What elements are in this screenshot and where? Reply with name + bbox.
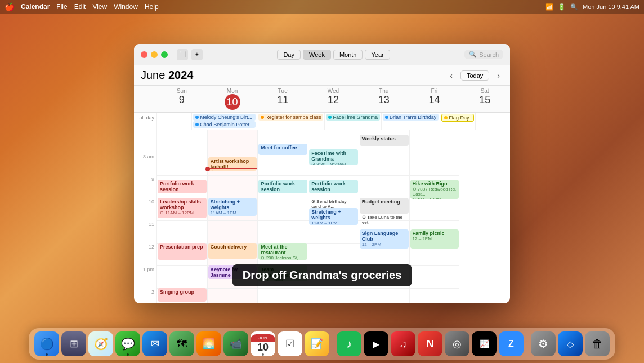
- dock-maps[interactable]: 🗺: [169, 331, 194, 356]
- event-team-pres[interactable]: Team presentation ⊙ 2 – 3PM: [258, 265, 307, 281]
- event-meet-restaurant[interactable]: Meet at the restaurant ⊙ 200 Jackson St,…: [258, 243, 307, 260]
- dock-reminders[interactable]: ☑: [278, 331, 302, 356]
- day-col-thu: Budget meeting ⊙ Take Luna to the vet Si…: [359, 130, 409, 303]
- event-hike-rigo[interactable]: Hike with Rigo ⊙ 7887 Redwood Rd, Cast..…: [410, 180, 459, 199]
- dock-appletv[interactable]: ▶: [364, 331, 388, 356]
- allday-event-flagday[interactable]: Flag Day: [441, 114, 473, 122]
- search-box[interactable]: 🔍 Search: [464, 50, 503, 59]
- event-leadership[interactable]: Leadership skills workshop ⊙ 11AM – 12PM: [158, 198, 207, 218]
- allday-cell-thu: Brian Tran's Birthday: [381, 113, 440, 130]
- minimize-button[interactable]: [151, 51, 158, 58]
- close-button[interactable]: [141, 51, 147, 58]
- day-num-13: 13: [360, 94, 408, 106]
- time-header-empty: [134, 86, 156, 112]
- dock-mail[interactable]: ✉: [142, 331, 167, 356]
- day-col-fri: Hike with Rigo ⊙ 7887 Redwood Rd, Cast..…: [409, 130, 460, 303]
- dock-messages[interactable]: 💬: [115, 331, 140, 356]
- dock-notes[interactable]: 📝: [305, 331, 329, 356]
- allday-cell-tue: Register for samba class: [257, 113, 324, 130]
- dock-news[interactable]: N: [418, 331, 442, 356]
- allday-label: all-day: [134, 113, 156, 130]
- menubar: 🍎 Calendar File Edit View Window Help 📶 …: [0, 0, 644, 14]
- dock-trash[interactable]: 🗑: [585, 331, 610, 356]
- traffic-lights: [141, 51, 168, 58]
- menu-view[interactable]: View: [92, 3, 107, 11]
- event-singing-group[interactable]: Singing group: [158, 288, 207, 302]
- event-stretching-mon[interactable]: Stretching + weights 11AM – 1PM: [208, 198, 257, 216]
- dock-music[interactable]: ♫: [391, 331, 415, 356]
- menu-edit[interactable]: Edit: [74, 3, 86, 11]
- dock-spotify[interactable]: ♪: [337, 331, 361, 356]
- app-name[interactable]: Calendar: [21, 3, 50, 11]
- day-col-sun: Portfolio work session Leadership skills…: [156, 130, 207, 303]
- day-header-tue: Tue 11: [257, 86, 308, 112]
- view-month-btn[interactable]: Month: [333, 50, 363, 60]
- month-title: June 2024: [141, 69, 193, 82]
- dock-stocks[interactable]: 📈: [472, 331, 497, 356]
- dock-photos[interactable]: 🌅: [196, 331, 221, 356]
- dock-settings[interactable]: ⚙: [531, 331, 556, 356]
- menu-help[interactable]: Help: [145, 3, 159, 11]
- dock: 🔵 ⊞ 🧭 💬 ✉ 🗺 🌅 📹 JUN 10 ☑ 📝 ♪ ▶ ♫: [29, 328, 615, 360]
- day-header-fri: Fri 14: [409, 86, 460, 112]
- dock-safari[interactable]: 🧭: [88, 331, 113, 356]
- day-label-sun: Sun: [158, 88, 206, 94]
- apple-menu[interactable]: 🍎: [5, 2, 14, 11]
- event-portfolio-tue[interactable]: Portfolio work session: [258, 180, 307, 193]
- allday-event-samba[interactable]: Register for samba class: [258, 114, 323, 121]
- day-header-sat: Sat 15: [459, 86, 510, 112]
- event-sign-language[interactable]: Sign Language Club 12 – 2PM: [360, 229, 409, 249]
- event-portfolio-sun[interactable]: Portfolio work session: [158, 180, 207, 193]
- allday-event-brian[interactable]: Brian Tran's Birthday: [383, 114, 439, 121]
- day-label-mon: Mon: [208, 88, 257, 94]
- view-day-btn[interactable]: Day: [277, 50, 301, 60]
- dock-finder[interactable]: 🔵: [34, 331, 59, 356]
- event-presentation-prep[interactable]: Presentation prep: [158, 243, 207, 260]
- dock-zoom[interactable]: Z: [499, 331, 524, 356]
- event-luna-vet[interactable]: ⊙ Take Luna to the vet: [360, 214, 409, 225]
- menubar-left: 🍎 Calendar File Edit View Window Help: [5, 2, 159, 11]
- view-week-btn[interactable]: Week: [303, 50, 331, 60]
- calendar-window: ⬜ + Day Week Month Year 🔍 Search June 20…: [134, 44, 510, 303]
- search-icon[interactable]: 🔍: [570, 3, 578, 11]
- allday-event-melody[interactable]: Melody Cheung's Birt...: [193, 114, 256, 121]
- event-meet-coffee[interactable]: Meet for coffee: [258, 144, 307, 155]
- menu-file[interactable]: File: [56, 3, 67, 11]
- prev-week-btn[interactable]: ‹: [446, 70, 456, 81]
- event-portfolio-wed[interactable]: Portfolio work session: [309, 180, 358, 193]
- event-birthday-card[interactable]: ⊙ Send birthday card to A...: [309, 198, 358, 209]
- event-budget[interactable]: Budget meeting: [360, 198, 409, 214]
- titlebar-right: 🔍 Search: [464, 50, 503, 59]
- event-facetime-wed[interactable]: FaceTime with Grandma ⊙ 8:30 – 9:30AM: [309, 149, 358, 165]
- event-weekly-status[interactable]: Weekly status: [360, 135, 409, 146]
- event-stretching-wed[interactable]: Stretching + weights 11AM – 1PM: [309, 208, 358, 225]
- prev-window-btn[interactable]: ⬜: [177, 49, 188, 60]
- dock-facetime[interactable]: 📹: [223, 331, 248, 356]
- event-family-picnic[interactable]: Family picnic 12 – 2PM: [410, 229, 459, 249]
- dock-separator: [333, 334, 333, 354]
- day-headers: Sun 9 Mon 10 Tue 11 Wed 12 Thu 13 Fri 14: [134, 86, 510, 113]
- search-placeholder: Search: [479, 51, 499, 58]
- next-window-btn[interactable]: +: [191, 49, 203, 60]
- menu-window[interactable]: Window: [114, 3, 138, 11]
- fullscreen-button[interactable]: [161, 51, 168, 58]
- allday-cell-sun: [156, 113, 191, 130]
- event-couch-delivery[interactable]: Couch delivery: [208, 243, 257, 259]
- calendar-grid: Sun 9 Mon 10 Tue 11 Wed 12 Thu 13 Fri 14: [134, 86, 510, 303]
- day-col-tue: Meet for coffee Portfolio work session M…: [257, 130, 308, 303]
- dock-xcode[interactable]: ◇: [558, 331, 583, 356]
- next-week-btn[interactable]: ›: [494, 70, 503, 81]
- today-btn[interactable]: Today: [460, 70, 489, 81]
- view-year-btn[interactable]: Year: [365, 50, 390, 60]
- time-label-10: 10: [134, 198, 156, 220]
- time-grid: 8 am 9 10 11 12 1 pm 2 3 4 5 6: [134, 130, 510, 303]
- allday-event-chad[interactable]: Chad Benjamin Potter...: [193, 121, 256, 128]
- dock-siri[interactable]: ◎: [445, 331, 469, 356]
- dock-launchpad[interactable]: ⊞: [61, 331, 86, 356]
- allday-event-facetime[interactable]: FaceTime Grandma: [326, 114, 380, 121]
- event-keynote[interactable]: Keynote by Jasmine: [208, 265, 257, 279]
- allday-row: all-day Melody Cheung's Birt... Chad Ben…: [134, 113, 510, 130]
- day-header-thu: Thu 13: [359, 86, 409, 112]
- titlebar-actions: ⬜ +: [177, 49, 203, 60]
- dock-calendar[interactable]: JUN 10: [251, 331, 275, 356]
